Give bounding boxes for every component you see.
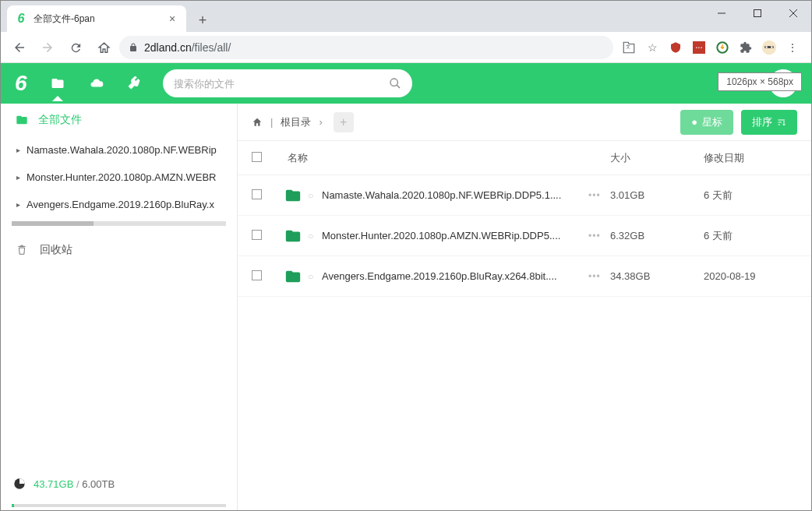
file-size: 3.01GB: [610, 189, 704, 201]
file-size: 6.32GB: [610, 230, 704, 241]
translate-icon[interactable]: 文: [621, 40, 637, 55]
file-date: 6 天前: [704, 229, 797, 243]
star-label: 星标: [702, 115, 722, 129]
home-button[interactable]: [91, 35, 116, 60]
caret-icon: ▸: [16, 146, 20, 154]
file-size: 34.38GB: [610, 270, 704, 282]
home-icon[interactable]: [252, 117, 263, 128]
breadcrumb: | 根目录 › + ● 星标 排序: [238, 104, 811, 141]
sidebar-item-label: Avengers.Endgame.2019.2160p.BluRay.x: [26, 199, 214, 210]
more-icon[interactable]: •••: [588, 231, 610, 241]
folder-icon: [283, 227, 308, 245]
trash-icon: [16, 244, 27, 256]
favicon: 6: [15, 12, 27, 25]
new-tab-button[interactable]: +: [191, 9, 214, 32]
close-tab-icon[interactable]: ×: [166, 12, 178, 25]
idm-icon[interactable]: [715, 40, 730, 55]
ublock-icon[interactable]: [668, 40, 683, 55]
dot-icon: ●: [691, 116, 697, 128]
browser-tab[interactable]: 6 全部文件-6pan ×: [7, 5, 186, 32]
trash-label: 回收站: [40, 243, 72, 257]
ext-red-icon[interactable]: • • •: [691, 40, 707, 55]
folder-tree: 全部文件 ▸ Namaste.Wahala.2020.1080p.NF.WEBR…: [1, 104, 237, 468]
folder-icon: [15, 114, 29, 126]
file-row[interactable]: ○ Avengers.Endgame.2019.2160p.BluRay.x26…: [238, 256, 811, 297]
sidebar-item[interactable]: ▸ Namaste.Wahala.2020.1080p.NF.WEBRip: [1, 136, 237, 164]
sidebar-root-label: 全部文件: [38, 113, 82, 127]
sidebar-item[interactable]: ▸ Monster.Hunter.2020.1080p.AMZN.WEBR: [1, 164, 237, 191]
file-date: 2020-08-19: [704, 270, 797, 282]
file-date: 6 天前: [704, 189, 797, 203]
search-input[interactable]: [174, 78, 389, 90]
close-window-button[interactable]: [775, 1, 811, 26]
browser-chrome: 6 全部文件-6pan × +: [1, 1, 811, 63]
file-name[interactable]: Monster.Hunter.2020.1080p.AMZN.WEBRip.DD…: [322, 230, 588, 241]
star-button[interactable]: ● 星标: [680, 110, 733, 135]
svg-text:文: 文: [626, 44, 630, 49]
menu-icon[interactable]: ⋮: [785, 40, 800, 55]
sort-button[interactable]: 排序: [741, 110, 797, 135]
file-name[interactable]: Namaste.Wahala.2020.1080p.NF.WEBRip.DDP5…: [322, 189, 588, 201]
svg-line-11: [397, 85, 400, 88]
svg-rect-1: [754, 10, 761, 17]
row-checkbox[interactable]: [252, 189, 283, 202]
reload-button[interactable]: [63, 35, 88, 60]
col-size[interactable]: 大小: [610, 151, 704, 165]
url-text: 2dland.cn/files/all/: [144, 41, 231, 54]
breadcrumb-root[interactable]: 根目录: [281, 115, 311, 129]
tab-title: 全部文件-6pan: [34, 12, 160, 26]
add-button[interactable]: +: [334, 112, 354, 132]
sidebar-item[interactable]: ▸ Avengers.Endgame.2019.2160p.BluRay.x: [1, 191, 237, 218]
table-header: 名称 大小 修改日期: [238, 141, 811, 175]
url-bar[interactable]: 2dland.cn/files/all/: [119, 36, 613, 59]
chevron-right-icon: ›: [319, 116, 322, 128]
row-checkbox[interactable]: [252, 230, 283, 242]
horizontal-scrollbar[interactable]: [12, 221, 226, 226]
more-icon[interactable]: •••: [588, 190, 610, 201]
col-name[interactable]: 名称: [283, 151, 610, 165]
dimension-overlay: 1026px × 568px: [718, 72, 802, 91]
extension-icons: 文 ☆ • • • ⋮: [616, 40, 805, 55]
svg-point-10: [390, 79, 397, 86]
tab-bar: 6 全部文件-6pan × +: [1, 1, 811, 32]
bookmark-star-icon[interactable]: ☆: [644, 40, 660, 55]
more-icon[interactable]: •••: [588, 271, 610, 282]
svg-point-9: [771, 46, 773, 48]
sidebar-trash[interactable]: 回收站: [1, 234, 237, 266]
settings-icon[interactable]: [127, 76, 141, 90]
search-icon[interactable]: [389, 77, 401, 90]
files-icon[interactable]: [49, 76, 66, 90]
status-icon: ○: [308, 190, 322, 201]
row-checkbox[interactable]: [252, 270, 283, 283]
svg-point-8: [765, 46, 768, 48]
cloud-icon[interactable]: [88, 76, 105, 90]
address-bar: 2dland.cn/files/all/ 文 ☆ • • • ⋮: [1, 32, 811, 63]
caret-icon: ▸: [16, 173, 20, 181]
profile-avatar-icon[interactable]: [761, 40, 777, 55]
maximize-button[interactable]: [740, 1, 775, 26]
status-icon: ○: [308, 271, 322, 282]
file-row[interactable]: ○ Monster.Hunter.2020.1080p.AMZN.WEBRip.…: [238, 216, 811, 256]
extensions-icon[interactable]: [738, 40, 754, 55]
sort-label: 排序: [752, 115, 772, 129]
file-row[interactable]: ○ Namaste.Wahala.2020.1080p.NF.WEBRip.DD…: [238, 175, 811, 216]
lock-icon: [129, 42, 138, 53]
app: 1026px × 568px 6 全部: [1, 63, 811, 510]
storage-text: 43.71GB / 6.00TB: [34, 478, 115, 490]
storage-bar: [12, 504, 226, 507]
file-name[interactable]: Avengers.Endgame.2019.2160p.BluRay.x264.…: [322, 270, 588, 282]
minimize-button[interactable]: [704, 1, 740, 26]
main-panel: | 根目录 › + ● 星标 排序 名称: [238, 104, 811, 510]
storage-indicator: 43.71GB / 6.00TB: [1, 468, 237, 510]
sidebar-root-folder[interactable]: 全部文件: [1, 104, 237, 136]
sidebar-item-label: Namaste.Wahala.2020.1080p.NF.WEBRip: [26, 144, 217, 156]
select-all-checkbox[interactable]: [252, 152, 283, 164]
col-date[interactable]: 修改日期: [704, 151, 797, 165]
status-icon: ○: [308, 231, 322, 241]
folder-icon: [283, 187, 308, 204]
forward-button[interactable]: [35, 35, 60, 60]
back-button[interactable]: [7, 35, 32, 60]
search-box[interactable]: [163, 69, 412, 97]
logo[interactable]: 6: [15, 71, 27, 96]
sidebar: 全部文件 ▸ Namaste.Wahala.2020.1080p.NF.WEBR…: [1, 104, 238, 510]
